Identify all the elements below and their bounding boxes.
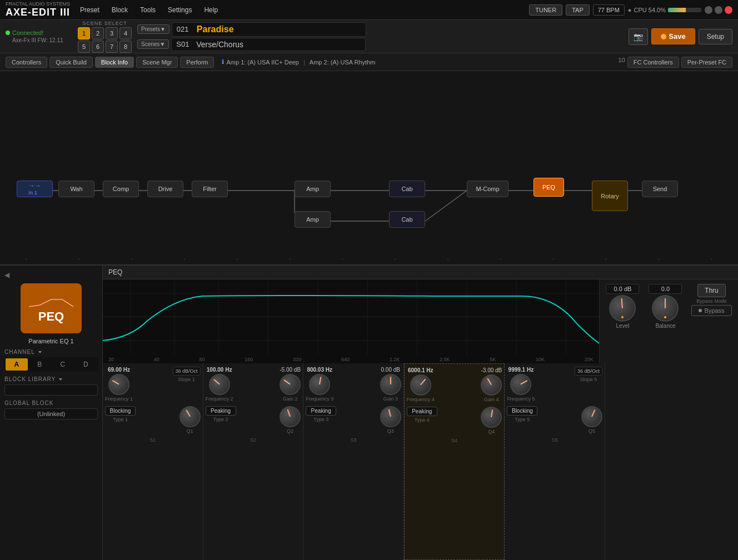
band5-freq-knob[interactable] (510, 374, 531, 395)
band4-type-btn[interactable]: Peaking (407, 407, 437, 416)
toolbar-quickbuild[interactable]: Quick Build (49, 57, 93, 68)
bypass-button[interactable]: Bypass (691, 305, 731, 316)
toolbar-blockinfo[interactable]: Block Info (95, 57, 134, 68)
save-button[interactable]: Save (651, 28, 695, 44)
scene-btn-7[interactable]: 7 (106, 41, 118, 53)
block-library-input[interactable] (4, 384, 98, 396)
eq-bands-section: 69.00 Hz Frequency 1 36 dB/Oct Slope 1 (103, 363, 738, 560)
block-rotary[interactable]: Rotary (592, 181, 628, 211)
scene-btn-2[interactable]: 2 (92, 27, 104, 39)
nav-settings[interactable]: Settings (162, 4, 197, 16)
maximize-button[interactable] (715, 6, 722, 14)
chain-connections-svg (0, 71, 738, 264)
nav-preset[interactable]: Preset (74, 4, 105, 16)
peq-panel-header: PEQ (103, 266, 738, 279)
band4-q-knob[interactable] (481, 407, 502, 428)
setup-button[interactable]: Setup (699, 29, 732, 44)
channel-label-text: CHANNEL (4, 349, 35, 355)
cpu-indicator-dot: ● (628, 7, 632, 13)
collapse-button[interactable]: ◀ (4, 271, 9, 279)
band5-q-group: Q5 (581, 406, 602, 434)
scene-btn-4[interactable]: 4 (119, 27, 132, 39)
freq-20k: 20K (585, 357, 594, 362)
band2-gain-knob[interactable] (280, 374, 301, 395)
thru-button[interactable]: Thru (697, 284, 726, 297)
scene-select-area: SCENE SELECT 1 2 3 4 5 6 7 8 (78, 21, 132, 53)
top-bar-left: FRACTAL AUDIO SYSTEMS AXE-EDIT III Prese… (6, 1, 223, 18)
band5-bottom: Blocking Type 5 Q5 (507, 406, 602, 434)
band3-type-btn[interactable]: Peaking (306, 406, 336, 416)
band1-q-knob[interactable] (179, 406, 201, 427)
block-drive[interactable]: Drive (147, 181, 183, 197)
camera-button[interactable]: 📷 (629, 28, 648, 45)
cpu-fill (668, 8, 686, 12)
nav-tools[interactable]: Tools (134, 4, 161, 16)
block-cab1[interactable]: Cab (389, 181, 425, 197)
band2-type-group: Peaking Type 2 (206, 406, 236, 434)
tuner-button[interactable]: TUNER (529, 4, 562, 16)
block-amp2[interactable]: Amp (295, 211, 331, 228)
band5-slope-label: Slope 5 (580, 377, 597, 382)
channel-btn-b[interactable]: B (29, 358, 51, 371)
band4-freq-knob[interactable] (410, 374, 431, 396)
block-mcomp[interactable]: M-Comp (467, 181, 508, 197)
band4-gain-knob[interactable] (481, 374, 502, 396)
eq-controls-right: 0.0 dB Level 0.0 (599, 279, 738, 363)
scene-btn-5[interactable]: 5 (78, 41, 90, 53)
block-cab2[interactable]: Cab (389, 211, 425, 228)
band2-freq-label: Frequency 2 (206, 396, 233, 402)
global-block-label: GLOBAL BLOCK (4, 400, 98, 406)
band1-freq-knob[interactable] (108, 374, 129, 395)
band5-freq-value: 9999.1 Hz (508, 367, 534, 373)
per-preset-fc-button[interactable]: Per-Preset FC (681, 57, 732, 68)
scenes-dropdown[interactable]: Scenes▼ (137, 39, 169, 49)
band3-q-label: Q3 (387, 428, 394, 434)
block-comp[interactable]: Comp (103, 181, 139, 197)
band3-freq-value: 800.03 Hz (307, 367, 332, 373)
toolbar-perform[interactable]: Perform (180, 57, 214, 68)
block-send[interactable]: Send (642, 181, 678, 197)
scene-btn-8[interactable]: 8 (119, 41, 132, 53)
channel-btn-c[interactable]: C (52, 358, 74, 371)
band1-type-btn[interactable]: Blocking (105, 406, 136, 416)
toolbar-controllers[interactable]: Controllers (6, 57, 47, 68)
nav-block[interactable]: Block (106, 4, 133, 16)
minimize-button[interactable] (705, 6, 712, 14)
band2-type-btn[interactable]: Peaking (206, 406, 236, 416)
band3-type-label: Type 3 (313, 417, 328, 422)
block-amp1[interactable]: Amp (295, 181, 331, 197)
band5-q-knob[interactable] (581, 406, 602, 427)
tap-button[interactable]: TAP (566, 4, 590, 16)
block-peq[interactable]: PEQ (533, 178, 564, 197)
band3-freq-knob[interactable] (309, 374, 330, 395)
scene-btn-1[interactable]: 1 (78, 27, 90, 39)
band4-top: 6000.1 Hz Frequency 4 -3.00 dB Gain 4 (407, 367, 502, 402)
band1-type-label: Type 1 (113, 417, 128, 422)
freq-2k5: 2.5K (440, 357, 450, 362)
toolbar-scenemgr[interactable]: Scene Mgr (136, 57, 178, 68)
band5-type-btn[interactable]: Blocking (507, 406, 537, 416)
preset-scenes: Presets▼ 021 Paradise Scenes▼ S01 Verse/… (137, 22, 366, 51)
level-knob[interactable] (609, 295, 636, 322)
band2-freq-knob[interactable] (209, 374, 230, 395)
presets-dropdown[interactable]: Presets▼ (137, 24, 169, 34)
band3-q-knob[interactable] (380, 406, 401, 427)
connection-status: Connected! Axe-Fx III FW: 12.11 (6, 29, 72, 43)
scene-display: S01 Verse/Chorus (171, 38, 366, 51)
block-filter[interactable]: Filter (192, 181, 228, 197)
peq-icon-box[interactable]: PEQ (21, 283, 82, 333)
block-in1[interactable]: →→In 1 (17, 181, 53, 197)
block-wah[interactable]: Wah (58, 181, 94, 197)
scene-btn-6[interactable]: 6 (92, 41, 104, 53)
fc-controllers-button[interactable]: FC Controllers (627, 57, 679, 68)
channel-btn-d[interactable]: D (75, 358, 97, 371)
balance-knob[interactable] (652, 295, 679, 322)
band2-q-knob[interactable] (280, 406, 301, 427)
close-button[interactable] (725, 6, 732, 14)
band3-gain-knob[interactable] (380, 374, 401, 395)
nav-help[interactable]: Help (198, 4, 223, 16)
channel-btn-a[interactable]: A (6, 358, 28, 371)
nav-menu: Preset Block Tools Settings Help (74, 4, 223, 16)
eq-band-5: 9999.1 Hz Frequency 5 36 dB/Oct Slope 5 (505, 363, 605, 560)
scene-btn-3[interactable]: 3 (106, 27, 118, 39)
